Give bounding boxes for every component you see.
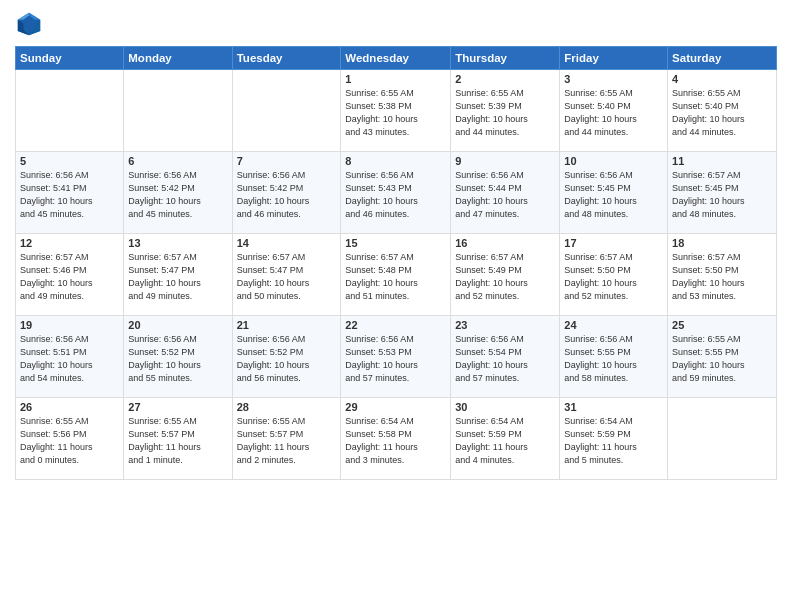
day-cell: 8Sunrise: 6:56 AM Sunset: 5:43 PM Daylig… <box>341 152 451 234</box>
day-info: Sunrise: 6:56 AM Sunset: 5:43 PM Dayligh… <box>345 169 446 221</box>
day-number: 25 <box>672 319 772 331</box>
day-cell: 29Sunrise: 6:54 AM Sunset: 5:58 PM Dayli… <box>341 398 451 480</box>
day-info: Sunrise: 6:56 AM Sunset: 5:52 PM Dayligh… <box>237 333 337 385</box>
day-number: 8 <box>345 155 446 167</box>
weekday-header-wednesday: Wednesday <box>341 47 451 70</box>
day-number: 1 <box>345 73 446 85</box>
day-number: 29 <box>345 401 446 413</box>
logo-icon <box>15 10 43 38</box>
day-info: Sunrise: 6:56 AM Sunset: 5:55 PM Dayligh… <box>564 333 663 385</box>
day-info: Sunrise: 6:56 AM Sunset: 5:42 PM Dayligh… <box>237 169 337 221</box>
day-number: 4 <box>672 73 772 85</box>
day-cell: 23Sunrise: 6:56 AM Sunset: 5:54 PM Dayli… <box>451 316 560 398</box>
day-cell: 13Sunrise: 6:57 AM Sunset: 5:47 PM Dayli… <box>124 234 232 316</box>
day-number: 22 <box>345 319 446 331</box>
day-cell: 26Sunrise: 6:55 AM Sunset: 5:56 PM Dayli… <box>16 398 124 480</box>
day-number: 3 <box>564 73 663 85</box>
week-row-5: 26Sunrise: 6:55 AM Sunset: 5:56 PM Dayli… <box>16 398 777 480</box>
day-cell <box>668 398 777 480</box>
day-cell <box>16 70 124 152</box>
day-cell: 28Sunrise: 6:55 AM Sunset: 5:57 PM Dayli… <box>232 398 341 480</box>
day-number: 20 <box>128 319 227 331</box>
day-info: Sunrise: 6:57 AM Sunset: 5:50 PM Dayligh… <box>672 251 772 303</box>
day-number: 16 <box>455 237 555 249</box>
day-cell: 7Sunrise: 6:56 AM Sunset: 5:42 PM Daylig… <box>232 152 341 234</box>
day-number: 5 <box>20 155 119 167</box>
week-row-3: 12Sunrise: 6:57 AM Sunset: 5:46 PM Dayli… <box>16 234 777 316</box>
day-info: Sunrise: 6:57 AM Sunset: 5:47 PM Dayligh… <box>237 251 337 303</box>
day-number: 15 <box>345 237 446 249</box>
header <box>15 10 777 38</box>
weekday-header-tuesday: Tuesday <box>232 47 341 70</box>
day-cell: 2Sunrise: 6:55 AM Sunset: 5:39 PM Daylig… <box>451 70 560 152</box>
weekday-header-sunday: Sunday <box>16 47 124 70</box>
day-info: Sunrise: 6:54 AM Sunset: 5:58 PM Dayligh… <box>345 415 446 467</box>
day-cell <box>232 70 341 152</box>
day-cell: 16Sunrise: 6:57 AM Sunset: 5:49 PM Dayli… <box>451 234 560 316</box>
day-cell: 3Sunrise: 6:55 AM Sunset: 5:40 PM Daylig… <box>560 70 668 152</box>
day-number: 21 <box>237 319 337 331</box>
day-cell: 24Sunrise: 6:56 AM Sunset: 5:55 PM Dayli… <box>560 316 668 398</box>
day-number: 19 <box>20 319 119 331</box>
day-info: Sunrise: 6:54 AM Sunset: 5:59 PM Dayligh… <box>564 415 663 467</box>
day-number: 14 <box>237 237 337 249</box>
day-info: Sunrise: 6:55 AM Sunset: 5:38 PM Dayligh… <box>345 87 446 139</box>
day-cell: 15Sunrise: 6:57 AM Sunset: 5:48 PM Dayli… <box>341 234 451 316</box>
day-info: Sunrise: 6:57 AM Sunset: 5:48 PM Dayligh… <box>345 251 446 303</box>
day-cell: 30Sunrise: 6:54 AM Sunset: 5:59 PM Dayli… <box>451 398 560 480</box>
day-cell: 21Sunrise: 6:56 AM Sunset: 5:52 PM Dayli… <box>232 316 341 398</box>
day-info: Sunrise: 6:57 AM Sunset: 5:49 PM Dayligh… <box>455 251 555 303</box>
day-info: Sunrise: 6:56 AM Sunset: 5:44 PM Dayligh… <box>455 169 555 221</box>
day-number: 9 <box>455 155 555 167</box>
day-number: 7 <box>237 155 337 167</box>
day-info: Sunrise: 6:56 AM Sunset: 5:54 PM Dayligh… <box>455 333 555 385</box>
day-number: 30 <box>455 401 555 413</box>
day-number: 10 <box>564 155 663 167</box>
day-cell: 11Sunrise: 6:57 AM Sunset: 5:45 PM Dayli… <box>668 152 777 234</box>
day-cell: 22Sunrise: 6:56 AM Sunset: 5:53 PM Dayli… <box>341 316 451 398</box>
day-cell: 31Sunrise: 6:54 AM Sunset: 5:59 PM Dayli… <box>560 398 668 480</box>
logo <box>15 10 47 38</box>
day-info: Sunrise: 6:55 AM Sunset: 5:57 PM Dayligh… <box>237 415 337 467</box>
day-cell: 14Sunrise: 6:57 AM Sunset: 5:47 PM Dayli… <box>232 234 341 316</box>
day-cell: 27Sunrise: 6:55 AM Sunset: 5:57 PM Dayli… <box>124 398 232 480</box>
day-number: 24 <box>564 319 663 331</box>
day-cell: 5Sunrise: 6:56 AM Sunset: 5:41 PM Daylig… <box>16 152 124 234</box>
day-number: 2 <box>455 73 555 85</box>
weekday-header-friday: Friday <box>560 47 668 70</box>
day-number: 6 <box>128 155 227 167</box>
day-info: Sunrise: 6:57 AM Sunset: 5:46 PM Dayligh… <box>20 251 119 303</box>
day-cell: 1Sunrise: 6:55 AM Sunset: 5:38 PM Daylig… <box>341 70 451 152</box>
weekday-header-monday: Monday <box>124 47 232 70</box>
weekday-header-thursday: Thursday <box>451 47 560 70</box>
day-number: 12 <box>20 237 119 249</box>
day-info: Sunrise: 6:56 AM Sunset: 5:51 PM Dayligh… <box>20 333 119 385</box>
weekday-header-row: SundayMondayTuesdayWednesdayThursdayFrid… <box>16 47 777 70</box>
week-row-4: 19Sunrise: 6:56 AM Sunset: 5:51 PM Dayli… <box>16 316 777 398</box>
day-cell: 4Sunrise: 6:55 AM Sunset: 5:40 PM Daylig… <box>668 70 777 152</box>
day-cell: 19Sunrise: 6:56 AM Sunset: 5:51 PM Dayli… <box>16 316 124 398</box>
day-info: Sunrise: 6:55 AM Sunset: 5:57 PM Dayligh… <box>128 415 227 467</box>
day-info: Sunrise: 6:55 AM Sunset: 5:40 PM Dayligh… <box>564 87 663 139</box>
weekday-header-saturday: Saturday <box>668 47 777 70</box>
day-info: Sunrise: 6:55 AM Sunset: 5:56 PM Dayligh… <box>20 415 119 467</box>
day-cell: 18Sunrise: 6:57 AM Sunset: 5:50 PM Dayli… <box>668 234 777 316</box>
day-info: Sunrise: 6:57 AM Sunset: 5:50 PM Dayligh… <box>564 251 663 303</box>
day-info: Sunrise: 6:54 AM Sunset: 5:59 PM Dayligh… <box>455 415 555 467</box>
day-info: Sunrise: 6:57 AM Sunset: 5:45 PM Dayligh… <box>672 169 772 221</box>
day-cell <box>124 70 232 152</box>
day-number: 28 <box>237 401 337 413</box>
day-info: Sunrise: 6:57 AM Sunset: 5:47 PM Dayligh… <box>128 251 227 303</box>
day-info: Sunrise: 6:56 AM Sunset: 5:53 PM Dayligh… <box>345 333 446 385</box>
day-info: Sunrise: 6:55 AM Sunset: 5:55 PM Dayligh… <box>672 333 772 385</box>
week-row-2: 5Sunrise: 6:56 AM Sunset: 5:41 PM Daylig… <box>16 152 777 234</box>
day-cell: 6Sunrise: 6:56 AM Sunset: 5:42 PM Daylig… <box>124 152 232 234</box>
day-number: 23 <box>455 319 555 331</box>
day-info: Sunrise: 6:56 AM Sunset: 5:45 PM Dayligh… <box>564 169 663 221</box>
week-row-1: 1Sunrise: 6:55 AM Sunset: 5:38 PM Daylig… <box>16 70 777 152</box>
calendar: SundayMondayTuesdayWednesdayThursdayFrid… <box>15 46 777 480</box>
day-cell: 9Sunrise: 6:56 AM Sunset: 5:44 PM Daylig… <box>451 152 560 234</box>
day-cell: 20Sunrise: 6:56 AM Sunset: 5:52 PM Dayli… <box>124 316 232 398</box>
day-info: Sunrise: 6:56 AM Sunset: 5:52 PM Dayligh… <box>128 333 227 385</box>
day-cell: 25Sunrise: 6:55 AM Sunset: 5:55 PM Dayli… <box>668 316 777 398</box>
